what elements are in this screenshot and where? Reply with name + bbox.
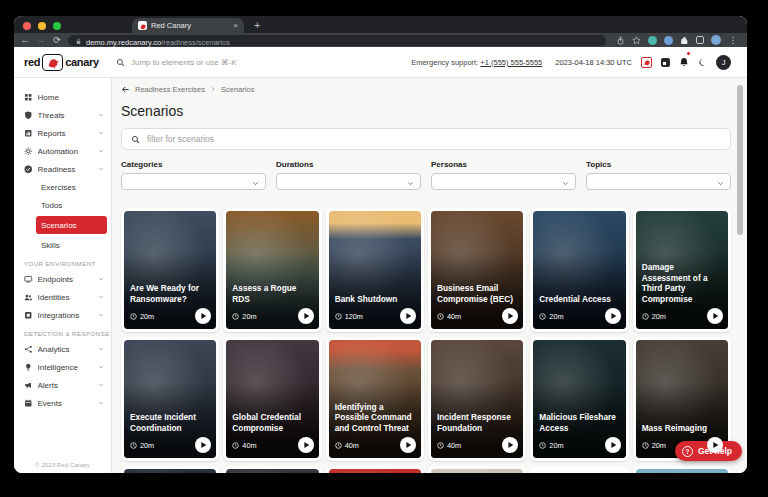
notifications-bell-icon[interactable]: [679, 53, 689, 71]
sidebar-item-home[interactable]: Home: [14, 88, 111, 106]
filter-dropdowns: CategoriesDurationsPersonasTopics: [121, 160, 731, 190]
play-button[interactable]: [707, 308, 723, 324]
emergency-phone-link[interactable]: +1 (555) 555-5555: [480, 58, 542, 67]
scenario-card-grid: Are We Ready for Ransomware?20mAssess a …: [121, 208, 731, 473]
scenario-card[interactable]: Bank Shutdown120m: [326, 208, 424, 332]
play-button[interactable]: [707, 437, 723, 453]
play-button[interactable]: [298, 437, 314, 453]
sidebar-item-endpoints[interactable]: Endpoints: [14, 270, 111, 288]
scenario-card[interactable]: [530, 466, 628, 473]
redcanary-logo[interactable]: red canary: [24, 54, 116, 71]
sidebar-item-threats[interactable]: Threats: [14, 106, 111, 124]
close-window-button[interactable]: [23, 22, 31, 30]
sidebar-item-automation[interactable]: Automation: [14, 142, 111, 160]
sidebar-subitem-skills[interactable]: Skills: [36, 236, 107, 254]
sidebar-item-events[interactable]: Events: [14, 394, 111, 412]
sidebar-subitem-todos[interactable]: Todos: [36, 196, 107, 214]
scenario-card[interactable]: Assess a Rogue RDS20m: [223, 208, 321, 332]
reload-icon[interactable]: ⟳: [52, 36, 62, 45]
duration-value: 20m: [549, 441, 563, 450]
browser-menu-icon[interactable]: ⋮: [728, 36, 738, 45]
tab-close-icon[interactable]: ×: [233, 22, 238, 30]
back-icon[interactable]: ←: [20, 36, 30, 45]
global-search-input[interactable]: [131, 58, 311, 67]
chevron-down-icon: [98, 364, 104, 370]
extension-icon[interactable]: [648, 36, 657, 45]
sidebar-item-readiness[interactable]: Readiness: [14, 160, 111, 178]
scenario-card[interactable]: [223, 466, 321, 473]
sidebar-item-integrations[interactable]: Integrations: [14, 306, 111, 324]
scenario-card[interactable]: Identifying a Possible Command and Contr…: [326, 337, 424, 461]
scenario-duration: 20m: [232, 312, 256, 321]
scenario-card[interactable]: Incident Response Foundation40m: [428, 337, 526, 461]
logo-text-red: red: [24, 56, 40, 68]
scenario-card[interactable]: Credential Access20m: [530, 208, 628, 332]
window-controls[interactable]: [23, 22, 61, 30]
scenario-card[interactable]: Execute Incident Coordination20m: [121, 337, 219, 461]
play-button[interactable]: [605, 437, 621, 453]
maximize-window-button[interactable]: [53, 22, 61, 30]
scenario-card[interactable]: [428, 466, 526, 473]
browser-profile-avatar[interactable]: [711, 35, 721, 45]
scenario-thumbnail: Mass Reimaging20m: [636, 340, 728, 458]
scenario-title: Assess a Rogue RDS: [232, 283, 313, 305]
redcanary-product-icon[interactable]: [641, 57, 652, 68]
play-button[interactable]: [298, 308, 314, 324]
sidebar-item-alerts[interactable]: Alerts: [14, 376, 111, 394]
play-button[interactable]: [400, 308, 416, 324]
global-search[interactable]: [116, 53, 411, 71]
durations-select[interactable]: [276, 173, 421, 190]
scenario-meta: 20m: [539, 308, 620, 324]
scenario-card[interactable]: [121, 466, 219, 473]
back-arrow-icon[interactable]: [121, 85, 130, 94]
apps-icon[interactable]: [661, 58, 670, 67]
scenario-title: Bank Shutdown: [335, 294, 416, 305]
new-tab-button[interactable]: +: [254, 18, 260, 33]
scenario-filter-input[interactable]: [147, 134, 721, 144]
sidebar-subitem-scenarios[interactable]: Scenarios: [36, 216, 107, 234]
scenario-duration: 20m: [539, 441, 563, 450]
topics-select[interactable]: [586, 173, 731, 190]
scenario-card[interactable]: [633, 466, 731, 473]
minimize-window-button[interactable]: [38, 22, 46, 30]
analytics-icon: [24, 345, 33, 354]
play-button[interactable]: [195, 437, 211, 453]
scenario-card[interactable]: Global Credential Compromise40m: [223, 337, 321, 461]
scenario-meta: 20m: [232, 308, 313, 324]
scenario-title: Global Credential Compromise: [232, 412, 313, 434]
chevron-down-icon: [98, 294, 104, 300]
scenario-card[interactable]: Malicious Fileshare Access20m: [530, 337, 628, 461]
sidepanel-icon[interactable]: [696, 36, 704, 44]
clock-icon: [130, 442, 137, 449]
play-button[interactable]: [195, 308, 211, 324]
scenario-card[interactable]: Damage Assessment of a Third Party Compr…: [633, 208, 731, 332]
sidebar-item-intelligence[interactable]: Intelligence: [14, 358, 111, 376]
dark-mode-moon-icon[interactable]: [698, 53, 707, 71]
play-button[interactable]: [502, 437, 518, 453]
personas-select[interactable]: [431, 173, 576, 190]
play-button[interactable]: [400, 437, 416, 453]
sidebar-item-identities[interactable]: Identities: [14, 288, 111, 306]
address-bar[interactable]: demo.my.redcanary.co/readiness/scenarios: [68, 35, 606, 46]
play-button[interactable]: [502, 308, 518, 324]
sidebar-item-reports[interactable]: Reports: [14, 124, 111, 142]
filter-label: Topics: [586, 160, 731, 169]
user-avatar[interactable]: J: [716, 55, 731, 70]
scenario-card[interactable]: Are We Ready for Ransomware?20m: [121, 208, 219, 332]
scrollbar[interactable]: [737, 85, 743, 235]
scenario-card[interactable]: Business Email Compromise (BEC)40m: [428, 208, 526, 332]
chevron-right-icon: [210, 86, 216, 92]
scenario-card[interactable]: [326, 466, 424, 473]
sidebar-item-analytics[interactable]: Analytics: [14, 340, 111, 358]
scenario-filter[interactable]: [121, 128, 731, 150]
breadcrumb-readiness-exercises[interactable]: Readiness Exercises: [135, 85, 205, 94]
megaphone-icon: [24, 381, 33, 390]
extension-icon[interactable]: [664, 36, 673, 45]
categories-select[interactable]: [121, 173, 266, 190]
sidebar-subitem-exercises[interactable]: Exercises: [36, 178, 107, 196]
scenario-card[interactable]: Mass Reimaging20m: [633, 337, 731, 461]
clock-icon: [437, 313, 444, 320]
play-button[interactable]: [605, 308, 621, 324]
utc-timestamp: 2023-04-18 14:30 UTC: [555, 58, 632, 67]
forward-icon[interactable]: →: [36, 36, 46, 45]
